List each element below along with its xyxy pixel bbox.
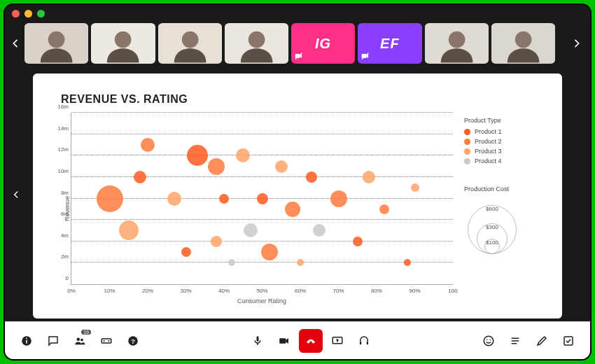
svg-point-20 — [80, 338, 83, 341]
stage-prev-button[interactable] — [8, 182, 24, 207]
size-legend-title: Production Cost — [464, 186, 541, 192]
audio-button[interactable] — [352, 329, 376, 353]
participant-tile[interactable] — [425, 23, 489, 64]
window-close-dot[interactable] — [12, 10, 20, 18]
y-tick-label: 12m — [52, 146, 69, 153]
svg-point-13 — [448, 31, 465, 48]
size-legend-label: $100 — [486, 239, 498, 246]
mic-button[interactable] — [246, 329, 270, 353]
poll-button[interactable] — [556, 329, 580, 353]
participant-initials: EF — [380, 36, 400, 52]
window-minimize-dot[interactable] — [24, 10, 32, 18]
data-bubble — [134, 171, 146, 183]
svg-point-1 — [48, 31, 65, 48]
bubble-plot: 02m4m6m8m10m12m14m16m0%10%20%30%40%50%60… — [71, 113, 453, 285]
help-button[interactable]: ? — [121, 329, 145, 353]
svg-rect-34 — [564, 337, 573, 345]
legend-item: Product 2 — [464, 138, 541, 145]
svg-rect-17 — [26, 340, 27, 343]
muted-camera-icon — [360, 51, 370, 61]
hangup-button[interactable] — [299, 329, 323, 353]
participant-tile[interactable] — [91, 23, 155, 64]
x-tick-label: 20% — [142, 288, 153, 294]
svg-point-19 — [77, 337, 80, 341]
info-button[interactable] — [15, 329, 38, 353]
shared-slide: REVENUE VS. RATING Revenue 02m4m6m8m10m1… — [33, 74, 562, 318]
grid-line — [71, 112, 453, 113]
svg-point-7 — [248, 31, 265, 48]
grid-line — [71, 262, 453, 262]
svg-rect-29 — [360, 341, 361, 344]
data-bubble — [404, 259, 411, 266]
participant-tile[interactable] — [225, 23, 288, 64]
data-bubble — [379, 204, 389, 214]
data-bubble — [261, 244, 278, 260]
people-icon — [74, 335, 86, 347]
headset-icon — [358, 335, 370, 347]
annotate-button[interactable] — [530, 329, 554, 353]
presentation-stage: REVENUE VS. RATING Revenue 02m4m6m8m10m1… — [5, 68, 590, 321]
grid-line — [71, 134, 453, 134]
chevron-left-icon — [11, 190, 21, 200]
data-bubble — [208, 158, 225, 175]
participant-tile[interactable]: IG — [291, 23, 355, 64]
svg-point-32 — [486, 339, 488, 340]
y-tick-label: 6m — [52, 211, 69, 217]
svg-rect-22 — [104, 340, 105, 342]
size-legend-label: $600 — [486, 206, 498, 212]
participant-tile[interactable] — [24, 23, 88, 64]
y-tick-label: 4m — [52, 232, 69, 238]
grid-line — [71, 155, 453, 155]
muted-camera-icon — [294, 51, 304, 61]
bottom-toolbar: 19 ? — [5, 321, 590, 359]
x-tick-label: 50% — [256, 288, 267, 294]
data-bubble — [119, 220, 139, 240]
x-tick-label: 90% — [409, 288, 420, 294]
legend-label: Product 2 — [475, 138, 502, 145]
participants-next-button[interactable] — [568, 23, 586, 64]
smile-icon — [482, 335, 495, 347]
y-tick-label: 8m — [52, 189, 69, 195]
legend-item: Product 4 — [464, 158, 541, 164]
reactions-button[interactable] — [477, 329, 500, 353]
notes-button[interactable] — [503, 329, 527, 353]
svg-rect-18 — [26, 337, 27, 339]
legend-item: Product 1 — [464, 128, 541, 135]
legend-label: Product 4 — [475, 158, 502, 164]
camera-button[interactable] — [272, 329, 296, 353]
participant-tile[interactable] — [158, 23, 222, 64]
participants-button[interactable]: 19 — [68, 329, 92, 353]
x-tick-label: 100 — [448, 288, 457, 294]
participant-tile[interactable]: EF — [358, 23, 421, 64]
grid-line — [71, 219, 453, 220]
svg-point-5 — [181, 31, 198, 48]
legend-item: Product 3 — [464, 148, 541, 155]
x-tick-label: 30% — [180, 288, 191, 294]
chart-legend: Product Type Product 1Product 2Product 3… — [464, 93, 541, 304]
svg-rect-27 — [279, 338, 286, 344]
x-tick-label: 0% — [67, 288, 76, 294]
chat-icon — [47, 335, 59, 347]
data-bubble — [219, 194, 229, 204]
participant-video — [491, 23, 555, 64]
data-bubble — [411, 183, 419, 192]
data-bubble — [306, 172, 317, 183]
chat-button[interactable] — [41, 329, 65, 353]
app-window: IGEF REVENUE VS. RATING Revenue 02m4m6m8… — [4, 4, 592, 360]
data-bubble — [181, 247, 191, 257]
x-tick-label: 80% — [371, 288, 382, 294]
window-zoom-dot[interactable] — [37, 10, 45, 18]
data-bubble — [236, 148, 250, 162]
data-bubble — [211, 236, 222, 247]
participant-tile[interactable] — [491, 23, 555, 64]
participants-prev-button[interactable] — [6, 23, 24, 64]
legend-label: Product 1 — [475, 128, 502, 135]
svg-point-15 — [515, 31, 532, 48]
camera-icon — [278, 335, 290, 347]
data-bubble — [353, 237, 363, 246]
pencil-icon — [536, 335, 548, 347]
layout-button[interactable] — [94, 329, 118, 353]
participants-strip: IGEF — [5, 22, 590, 68]
titlebar — [5, 5, 590, 22]
share-screen-button[interactable] — [326, 329, 349, 353]
